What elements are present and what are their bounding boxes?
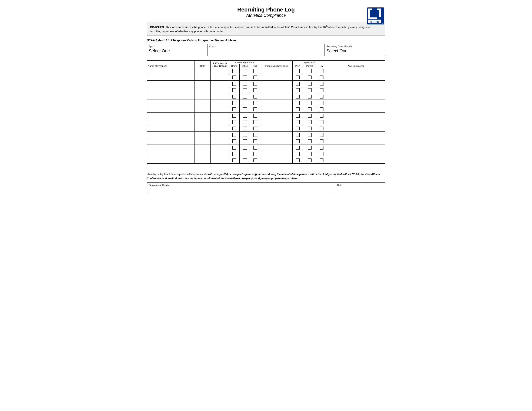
home-checkbox[interactable] (232, 133, 236, 137)
spoke-psa-checkbox[interactable] (296, 146, 300, 149)
cell-checkbox[interactable] (253, 146, 257, 149)
cell-checkbox[interactable] (253, 139, 257, 143)
spoke-parent-checkbox[interactable] (308, 127, 312, 131)
spoke-parent-checkbox[interactable] (308, 146, 312, 149)
home-checkbox[interactable] (232, 88, 236, 92)
cell-checkbox[interactable] (253, 88, 257, 92)
spoke-psa-checkbox[interactable] (296, 69, 300, 73)
spoke-lm-checkbox[interactable] (320, 95, 323, 99)
comments-cell (327, 119, 385, 125)
cell-checkbox[interactable] (253, 133, 257, 137)
home-checkbox[interactable] (232, 75, 236, 79)
office-checkbox[interactable] (243, 127, 247, 131)
spoke-parent-checkbox[interactable] (308, 69, 312, 73)
spoke-parent-checkbox[interactable] (308, 101, 312, 105)
home-checkbox[interactable] (232, 152, 236, 156)
spoke-psa-checkbox[interactable] (296, 82, 300, 86)
spoke-lm-checkbox[interactable] (320, 101, 323, 105)
date-cell (195, 106, 210, 112)
spoke-lm-checkbox[interactable] (320, 127, 323, 131)
spoke-lm-checkbox[interactable] (320, 133, 323, 137)
office-checkbox[interactable] (243, 159, 247, 162)
office-checkbox[interactable] (243, 82, 247, 86)
cell-checkbox[interactable] (253, 69, 257, 73)
spoke-parent-checkbox[interactable] (308, 159, 312, 162)
spoke-lm-checkbox[interactable] (320, 120, 323, 124)
spoke-parent-checkbox[interactable] (308, 139, 312, 143)
office-checkbox[interactable] (243, 114, 247, 118)
home-checkbox[interactable] (232, 95, 236, 99)
cell-checkbox[interactable] (253, 120, 257, 124)
home-checkbox[interactable] (232, 69, 236, 73)
home-checkbox[interactable] (232, 114, 236, 118)
spoke-parent-checkbox[interactable] (308, 95, 312, 99)
spoke-lm-checkbox[interactable] (320, 88, 323, 92)
office-checkbox[interactable] (243, 146, 247, 149)
spoke-parent-checkbox[interactable] (308, 133, 312, 137)
office-checkbox[interactable] (243, 107, 247, 111)
date-cell (195, 144, 210, 151)
home-checkbox[interactable] (232, 127, 236, 131)
spoke-parent-checkbox[interactable] (308, 120, 312, 124)
home-checkbox[interactable] (232, 159, 236, 162)
spoke-lm-checkbox[interactable] (320, 75, 323, 79)
office-checkbox[interactable] (243, 75, 247, 79)
office-checkbox[interactable] (243, 95, 247, 99)
spoke-psa-checkbox[interactable] (296, 139, 300, 143)
cell-checkbox[interactable] (253, 82, 257, 86)
home-checkbox[interactable] (232, 120, 236, 124)
spoke-lm-checkbox[interactable] (320, 159, 323, 162)
spoke-psa-checkbox[interactable] (296, 75, 300, 79)
spoke-parent-cell (303, 93, 316, 100)
cell-checkbox[interactable] (253, 75, 257, 79)
cell-checkbox[interactable] (253, 95, 257, 99)
spoke-psa-checkbox[interactable] (296, 159, 300, 162)
spoke-lm-checkbox[interactable] (320, 146, 323, 149)
home-checkbox[interactable] (232, 82, 236, 86)
spoke-lm-checkbox[interactable] (320, 82, 323, 86)
spoke-parent-checkbox[interactable] (308, 82, 312, 86)
table-row (147, 144, 385, 151)
spoke-psa-checkbox[interactable] (296, 88, 300, 92)
spoke-parent-checkbox[interactable] (308, 114, 312, 118)
spoke-psa-checkbox[interactable] (296, 114, 300, 118)
cell-checkbox[interactable] (253, 127, 257, 131)
cell-checkbox[interactable] (253, 114, 257, 118)
spoke-parent-checkbox[interactable] (308, 75, 312, 79)
spoke-lm-checkbox[interactable] (320, 114, 323, 118)
office-checkbox[interactable] (243, 120, 247, 124)
spoke-psa-checkbox[interactable] (296, 95, 300, 99)
cell-checkbox[interactable] (253, 107, 257, 111)
cell-checkbox[interactable] (253, 152, 257, 156)
home-checkbox[interactable] (232, 107, 236, 111)
home-checkbox[interactable] (232, 146, 236, 149)
spoke-parent-checkbox[interactable] (308, 152, 312, 156)
home-checkbox[interactable] (232, 139, 236, 143)
spoke-psa-checkbox[interactable] (296, 107, 300, 111)
office-checkbox[interactable] (243, 133, 247, 137)
sport-field: Sport Select One (147, 44, 208, 56)
office-checkbox[interactable] (243, 69, 247, 73)
spoke-lm-checkbox[interactable] (320, 107, 323, 111)
spoke-lm-checkbox[interactable] (320, 69, 323, 73)
spoke-parent-checkbox[interactable] (308, 107, 312, 111)
office-checkbox[interactable] (243, 152, 247, 156)
cell-checkbox[interactable] (253, 101, 257, 105)
spoke-psa-checkbox[interactable] (296, 127, 300, 131)
home-checkbox[interactable] (232, 101, 236, 105)
spoke-parent-checkbox[interactable] (308, 88, 312, 92)
phone-number-cell (261, 74, 292, 81)
cell-checkbox[interactable] (253, 159, 257, 162)
office-checkbox[interactable] (243, 139, 247, 143)
spoke-psa-checkbox[interactable] (296, 101, 300, 105)
spoke-psa-checkbox[interactable] (296, 133, 300, 137)
office-checkbox-cell (240, 125, 250, 132)
office-checkbox[interactable] (243, 101, 247, 105)
spoke-psa-checkbox[interactable] (296, 120, 300, 124)
spoke-lm-checkbox[interactable] (320, 152, 323, 156)
office-checkbox-cell (240, 106, 250, 112)
spoke-psa-checkbox[interactable] (296, 152, 300, 156)
office-checkbox[interactable] (243, 88, 247, 92)
spoke-lm-checkbox[interactable] (320, 139, 323, 143)
spoke-psa-cell (292, 157, 303, 164)
